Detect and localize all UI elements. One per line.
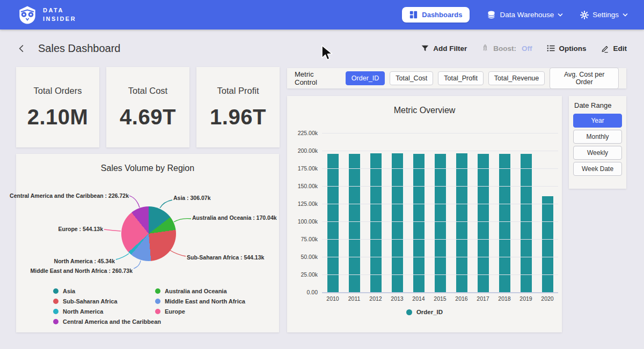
y-tick-label: 175.00k: [298, 165, 318, 172]
legend-label: Asia: [63, 288, 75, 294]
gridline: [322, 239, 558, 240]
bar-slot: [494, 133, 515, 292]
bar-chart-title: Metric Overview: [287, 106, 562, 115]
bar-2016[interactable]: [456, 153, 467, 292]
metric-button-avg-cost-per-order[interactable]: Avg. Cost per Order: [550, 68, 619, 89]
y-tick-label: 100.00k: [298, 218, 318, 225]
pie-slice-label-australia-oceania: Australia and Oceania : 170.04k: [192, 214, 277, 221]
bar-2013[interactable]: [392, 153, 403, 292]
pie-legend-item[interactable]: Middle East and North Africa: [155, 298, 245, 305]
filter-icon: [421, 44, 429, 53]
bar-x-axis: 2010201120122013201420152016201720182019…: [322, 295, 558, 302]
add-filter-label: Add Filter: [433, 44, 467, 53]
back-button[interactable]: [17, 43, 26, 54]
bar-legend[interactable]: Order_ID: [287, 309, 562, 315]
legend-label: Middle East and North Africa: [165, 298, 245, 305]
kpi-label: Total Orders: [34, 86, 82, 96]
legend-label: Central America and the Caribbean: [63, 318, 161, 325]
pie-graphic[interactable]: [121, 206, 176, 261]
x-tick-label: 2014: [408, 295, 429, 302]
boost-toggle[interactable]: Boost:Off: [481, 44, 532, 53]
kpi-card-total-cost: Total Cost 4.69T: [106, 67, 189, 147]
gridline: [322, 221, 558, 222]
list-icon: [546, 44, 555, 53]
date-range-button-weekly[interactable]: Weekly: [573, 146, 622, 160]
metric-button-order-id[interactable]: Order_ID: [346, 71, 385, 85]
pie-slice-label-north-america: North America : 45.34k: [54, 258, 115, 264]
bar-2015[interactable]: [435, 154, 446, 292]
bar-slot: [537, 133, 558, 292]
kpi-row: Total Orders 2.10M Total Cost 4.69T Tota…: [16, 67, 280, 147]
x-tick-label: 2012: [365, 295, 386, 302]
page-title: Sales Dashboard: [38, 42, 120, 55]
bar-2014[interactable]: [413, 154, 425, 292]
legend-dot: [53, 319, 58, 324]
header-actions: Add Filter Boost:Off Options: [421, 44, 627, 53]
chevron-down-icon: [623, 13, 628, 17]
pie-legend-item[interactable]: North America: [53, 308, 155, 315]
y-tick-label: 50.00k: [301, 254, 318, 260]
metric-button-total-cost[interactable]: Total_Cost: [390, 71, 433, 85]
boost-label: Boost:: [493, 44, 516, 53]
bar-slot: [322, 133, 343, 292]
bar-slot: [343, 133, 365, 292]
kpi-card-total-orders: Total Orders 2.10M: [16, 67, 99, 147]
legend-label: Sub-Saharan Africa: [63, 298, 118, 305]
gear-icon: [580, 11, 589, 19]
legend-dot: [155, 288, 160, 294]
bar-2010[interactable]: [327, 154, 339, 292]
pie-slice-label-central-america: Central America and the Caribbean : 226.…: [10, 192, 129, 199]
options-button[interactable]: Options: [546, 44, 587, 53]
bar-2017[interactable]: [478, 154, 489, 292]
date-range-button-monthly[interactable]: Monthly: [573, 130, 622, 144]
legend-dot: [155, 299, 160, 304]
legend-dot: [406, 309, 412, 315]
pie-legend-item[interactable]: Asia: [53, 288, 155, 294]
x-tick-label: 2020: [537, 295, 558, 302]
settings-menu[interactable]: Settings: [580, 11, 628, 19]
add-filter-button[interactable]: Add Filter: [421, 44, 467, 53]
metric-button-total-profit[interactable]: Total_Profit: [438, 71, 484, 85]
rocket-icon: [481, 44, 489, 53]
pie-legend-column: AsiaSub-Saharan AfricaNorth AmericaCentr…: [53, 288, 155, 325]
edit-button[interactable]: Edit: [601, 44, 627, 53]
brand-logo[interactable]: DATA INSIDER: [17, 5, 76, 25]
pie-slice-label-europe: Europe : 544.13k: [58, 226, 103, 232]
pie-legend-item[interactable]: Central America and the Caribbean: [53, 318, 155, 325]
dashboards-button[interactable]: Dashboards: [402, 7, 470, 23]
date-range-button-year[interactable]: Year: [573, 114, 622, 128]
kpi-label: Total Cost: [128, 86, 167, 96]
date-range-panel: Date Range Year Monthly Weekly Week Date: [569, 96, 626, 189]
pie-legend: AsiaSub-Saharan AfricaNorth AmericaCentr…: [53, 288, 245, 325]
options-label: Options: [559, 44, 587, 53]
page-header: Sales Dashboard Add Filter Boost:Off: [0, 29, 644, 67]
bar-2012[interactable]: [370, 153, 382, 292]
kpi-value: 4.69T: [120, 105, 176, 129]
kpi-label: Total Profit: [217, 86, 259, 96]
pie-legend-item[interactable]: Australia and Oceania: [155, 288, 245, 294]
legend-label: Australia and Oceania: [165, 288, 227, 294]
owl-logo-icon: [17, 5, 38, 25]
data-warehouse-menu[interactable]: Data Warehouse: [487, 10, 563, 19]
date-range-button-week-date[interactable]: Week Date: [573, 162, 622, 176]
pie-legend-item[interactable]: Sub-Saharan Africa: [53, 298, 155, 305]
bar-2018[interactable]: [499, 154, 510, 292]
bar-2011[interactable]: [349, 154, 360, 292]
x-tick-label: 2018: [494, 295, 515, 302]
y-tick-label: 75.00k: [301, 236, 318, 242]
settings-label: Settings: [592, 11, 619, 19]
bar-plot-area: [322, 133, 558, 293]
gridline: [322, 257, 558, 257]
y-tick-label: 25.00k: [301, 271, 318, 278]
bar-2020[interactable]: [542, 196, 553, 292]
metric-button-total-revenue[interactable]: Total_Revenue: [488, 71, 545, 85]
edit-label: Edit: [613, 44, 627, 53]
pie-legend-item[interactable]: Europe: [155, 308, 245, 315]
y-tick-label: 225.00k: [298, 130, 318, 136]
brand-text: DATA INSIDER: [43, 6, 76, 23]
legend-dot: [155, 309, 160, 314]
dashboards-grid-icon: [409, 11, 418, 19]
legend-label: North America: [63, 308, 103, 315]
chevron-left-icon: [17, 43, 26, 54]
bar-2019[interactable]: [521, 154, 532, 292]
